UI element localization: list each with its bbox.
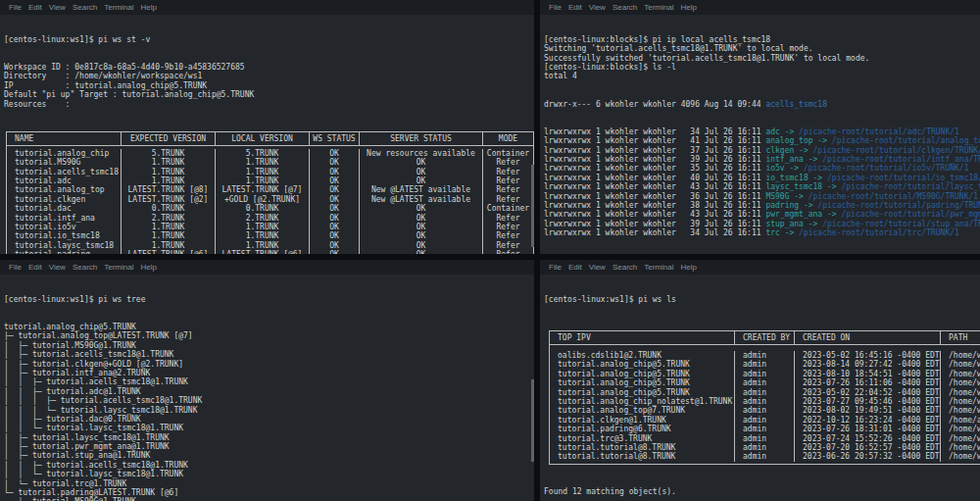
table-cell: 2023-05-02 22:04:52 -0400 EDT bbox=[795, 388, 941, 397]
table-cell: 0.TRUNK bbox=[216, 204, 310, 213]
table-cell: 2023-07-26 18:31:01 -0400 EDT bbox=[795, 425, 941, 433]
table-cell: tutorial.laysc_tsmc18 bbox=[7, 241, 122, 250]
menu-item-search[interactable]: Search bbox=[73, 263, 97, 272]
menu-bar: FileEditViewSearchTerminalHelp bbox=[0, 0, 534, 15]
menu-item-search[interactable]: Search bbox=[612, 263, 637, 272]
file-list-line: lrwxrwxrwx 1 wkohler wkohler 34 Jul 26 1… bbox=[544, 228, 980, 237]
table-row: tutorial.dac0.TRUNK0.TRUNKOKOKContainer bbox=[7, 204, 533, 213]
table-cell: /home/wk bbox=[941, 378, 980, 387]
symlink-name: laysc_tsmc18 bbox=[765, 182, 822, 191]
table-cell: OK bbox=[310, 231, 360, 240]
scrollbar-thumb[interactable] bbox=[531, 165, 534, 247]
menu-item-file[interactable]: File bbox=[9, 3, 22, 12]
table-cell: OK bbox=[360, 231, 483, 240]
shell-command-line: [centos-linux:ws1]$ pi ws tree bbox=[4, 295, 534, 304]
menu-item-help[interactable]: Help bbox=[680, 263, 696, 272]
menu-item-help[interactable]: Help bbox=[680, 3, 696, 12]
table-cell: admin bbox=[735, 378, 795, 387]
scrollbar-thumb[interactable] bbox=[531, 379, 534, 462]
table-cell: tutorial.analog_chip_nolatest@1.TRUNK bbox=[550, 397, 735, 406]
menu-item-view[interactable]: View bbox=[49, 263, 66, 272]
menu-item-edit[interactable]: Edit bbox=[568, 3, 582, 12]
table-cell: Refer bbox=[483, 168, 533, 176]
table-cell: Container bbox=[483, 204, 533, 213]
menu-item-file[interactable]: File bbox=[549, 263, 562, 272]
table-cell: 2023-08-10 18:54:51 -0400 EDT bbox=[795, 370, 941, 378]
table-cell: LATEST.TRUNK [@2] bbox=[122, 195, 216, 204]
file-mode-text: lrwxrwxrwx 1 wkohler wkohler 43 Jul 26 1… bbox=[544, 210, 765, 219]
symlink-arrow: -> bbox=[822, 210, 841, 219]
table-cell: OK bbox=[310, 223, 360, 231]
terminal-line: │ │ │ ├─ tutorial.acells_tsmc18@1.TRUNK bbox=[4, 396, 534, 405]
table-cell: Refer bbox=[483, 231, 533, 240]
shell-command-line: [centos-linux:ws1]$ pi ws st -v bbox=[4, 35, 534, 44]
terminal-output[interactable]: [centos-linux:ws1]$ pi ws st -v Workspac… bbox=[0, 15, 534, 254]
table-cell: 1.TRUNK bbox=[122, 168, 216, 176]
menu-item-search[interactable]: Search bbox=[612, 3, 637, 12]
table-cell: Refer bbox=[483, 195, 533, 204]
table-row: tutorial.tutorial@8.TRUNKadmin2023-07-20… bbox=[550, 443, 980, 452]
table-cell: admin bbox=[735, 370, 795, 378]
table-row: tutorial.io5v1.TRUNK1.TRUNKOKOKRefer bbox=[7, 223, 533, 231]
menu-item-edit[interactable]: Edit bbox=[28, 263, 42, 272]
table-cell: 2023-08-14 09:27:42 -0400 EDT bbox=[795, 360, 941, 369]
menu-item-terminal[interactable]: Terminal bbox=[104, 3, 133, 12]
terminal-line: │ │ ├─ tutorial.adc@1.TRUNK bbox=[4, 387, 534, 396]
terminal-output[interactable]: [centos-linux:ws1]$ pi ws ls TOP IPVCREA… bbox=[540, 275, 980, 501]
table-cell: oalibs.cdslib1@2.TRUNK bbox=[550, 351, 735, 360]
terminal-output[interactable]: [centos-linux:blocks]$ pi ip local acell… bbox=[540, 15, 980, 254]
menu-item-terminal[interactable]: Terminal bbox=[104, 263, 133, 272]
terminal-line: │ ├─ tutorial.laysc_tsmc18@1.TRUNK bbox=[4, 433, 534, 442]
table-cell: /home/wk bbox=[941, 351, 980, 360]
terminal-line: └─ tutorial.padring@LATEST.TRUNK [@6] bbox=[4, 488, 534, 497]
table-cell: tutorial.trc@3.TRUNK bbox=[550, 434, 735, 443]
menu-item-view[interactable]: View bbox=[589, 263, 606, 272]
table-row: tutorial.laysc_tsmc181.TRUNK1.TRUNKOKOKR… bbox=[7, 241, 533, 250]
symlink-arrow: -> bbox=[780, 228, 799, 237]
terminal-line: Workspace ID : 0e817c8a-68a5-4d40-9b10-a… bbox=[4, 63, 534, 72]
table-cell: tutorial.intf_ana bbox=[7, 214, 122, 223]
table-cell: 1.TRUNK bbox=[122, 158, 216, 167]
menu-item-terminal[interactable]: Terminal bbox=[644, 263, 673, 272]
shell-command-line: [centos-linux:ws1]$ pi ws ls bbox=[544, 295, 980, 304]
table-cell: 1.TRUNK bbox=[216, 241, 310, 250]
table-cell: /home/wk bbox=[941, 397, 980, 406]
table-cell: /home/wk bbox=[941, 406, 980, 415]
menu-item-file[interactable]: File bbox=[549, 3, 562, 12]
menu-item-file[interactable]: File bbox=[9, 263, 22, 272]
table-cell: LATEST.TRUNK [@7] bbox=[216, 185, 310, 194]
file-mode-text: lrwxrwxrwx 1 wkohler wkohler 43 Jul 26 1… bbox=[544, 182, 765, 191]
menu-item-help[interactable]: Help bbox=[140, 3, 156, 12]
table-cell: OK bbox=[310, 250, 360, 254]
table-cell: tutorial.analog_top bbox=[7, 185, 122, 194]
menu-item-search[interactable]: Search bbox=[73, 3, 97, 12]
menu-item-edit[interactable]: Edit bbox=[28, 3, 42, 12]
table-cell: /home/wk bbox=[941, 360, 980, 369]
table-row: oalibs.cdslib1@2.TRUNKadmin2023-05-02 16… bbox=[550, 351, 980, 360]
menu-item-view[interactable]: View bbox=[589, 3, 606, 12]
terminal-pane-bottom-right: FileEditViewSearchTerminalHelp [centos-l… bbox=[540, 260, 980, 501]
symlink-target-path: /picache-root/tutorial/io5v/TRUNK/1 bbox=[804, 164, 969, 173]
symlink-target-path: /picache-root/tutorial/stup_ana/TRUNK/1 bbox=[822, 220, 980, 228]
menu-item-help[interactable]: Help bbox=[140, 263, 156, 272]
table-cell: Refer bbox=[483, 223, 533, 231]
table-cell: tutorial.clkgen@1.TRUNK bbox=[550, 416, 735, 425]
table-body: tutorial.analog_chip5.TRUNK5.TRUNKOKNew … bbox=[7, 146, 533, 254]
terminal-line: │ │ └─ tutorial.laysc_tsmc18@1.TRUNK bbox=[4, 424, 534, 432]
table-cell: 5.TRUNK bbox=[122, 149, 216, 158]
file-mode-text: lrwxrwxrwx 1 wkohler wkohler 39 Jul 26 1… bbox=[544, 155, 765, 164]
table-cell: 2023-08-02 19:49:51 -0400 EDT bbox=[795, 406, 941, 415]
table-row: tutorial.acells_tsmc181.TRUNK1.TRUNKOKOK… bbox=[7, 168, 533, 176]
table-row: tutorial.padring@6.TRUNKadmin2023-07-26 … bbox=[550, 425, 980, 433]
symlink-name: trc bbox=[765, 228, 779, 237]
file-list-line: lrwxrwxrwx 1 wkohler wkohler 35 Jul 26 1… bbox=[544, 164, 980, 173]
menu-item-edit[interactable]: Edit bbox=[568, 263, 582, 272]
terminal-output[interactable]: [centos-linux:ws1]$ pi ws tree tutorial.… bbox=[0, 275, 534, 501]
terminal-line: Directory : /home/wkohler/workspace/ws1 bbox=[4, 72, 534, 80]
menu-item-terminal[interactable]: Terminal bbox=[644, 3, 673, 12]
table-cell: Refer bbox=[483, 250, 533, 254]
menu-item-view[interactable]: View bbox=[49, 3, 66, 12]
table-row: tutorial.trc@3.TRUNKadmin2023-07-24 15:5… bbox=[550, 434, 980, 443]
terminal-line: Default "pi up" Target : tutorial.analog… bbox=[4, 90, 534, 99]
table-cell: 1.TRUNK bbox=[216, 231, 310, 240]
